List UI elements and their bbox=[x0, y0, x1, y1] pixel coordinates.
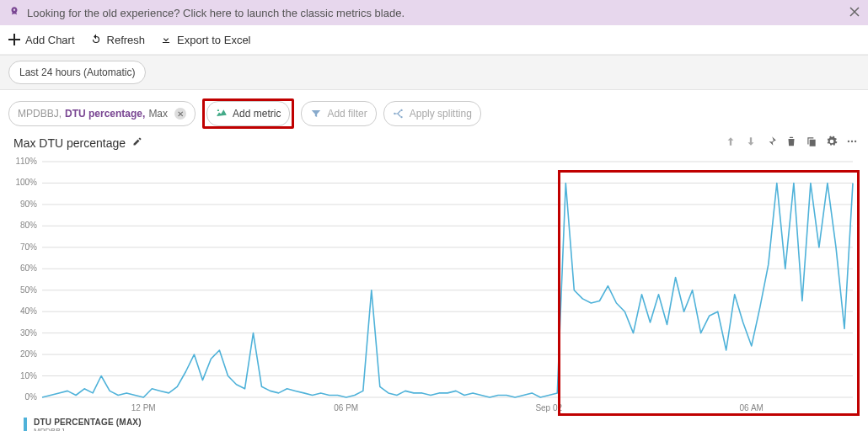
add-filter-button[interactable]: Add filter bbox=[301, 101, 376, 126]
toolbar: Add Chart Refresh Export to Excel bbox=[0, 25, 868, 55]
filter-icon bbox=[310, 108, 322, 120]
metric-name: DTU percentage, bbox=[65, 108, 145, 120]
svg-text:70%: 70% bbox=[20, 242, 37, 252]
time-range-chip[interactable]: Last 24 hours (Automatic) bbox=[8, 61, 146, 84]
export-button[interactable]: Export to Excel bbox=[160, 34, 250, 46]
apply-splitting-label: Apply splitting bbox=[410, 108, 472, 120]
chart-area: 0%10%20%30%40%50%60%70%80%90%100%110%12 … bbox=[10, 155, 858, 416]
rocket-icon bbox=[8, 6, 20, 20]
svg-text:60%: 60% bbox=[20, 263, 37, 273]
svg-text:10%: 10% bbox=[20, 371, 37, 380]
apply-splitting-button[interactable]: Apply splitting bbox=[383, 101, 481, 126]
gear-icon[interactable] bbox=[826, 136, 838, 150]
svg-text:80%: 80% bbox=[20, 221, 37, 230]
arrow-up-icon[interactable] bbox=[725, 136, 737, 150]
metrics-line-chart: 0%10%20%30%40%50%60%70%80%90%100%110%12 … bbox=[10, 155, 858, 416]
add-metric-label: Add metric bbox=[233, 108, 281, 120]
legend-series-source: MPDBBJ bbox=[34, 427, 142, 431]
svg-text:90%: 90% bbox=[20, 200, 37, 209]
svg-text:110%: 110% bbox=[15, 157, 37, 166]
metric-pill[interactable]: MPDBBJ, DTU percentage, Max ✕ bbox=[8, 101, 196, 126]
classic-banner[interactable]: Looking for the old experience? Click he… bbox=[0, 0, 868, 25]
chart-title: Max DTU percentage bbox=[13, 136, 126, 150]
add-chart-label: Add Chart bbox=[25, 34, 75, 46]
add-metric-button[interactable]: Add metric bbox=[206, 101, 290, 126]
svg-point-4 bbox=[848, 141, 849, 142]
split-icon bbox=[393, 108, 405, 120]
copy-icon[interactable] bbox=[806, 136, 817, 150]
refresh-label: Refresh bbox=[107, 34, 146, 46]
svg-text:40%: 40% bbox=[20, 306, 37, 316]
svg-text:0%: 0% bbox=[25, 392, 38, 402]
legend-color-bar bbox=[24, 418, 27, 431]
arrow-down-icon[interactable] bbox=[745, 136, 757, 150]
banner-text: Looking for the old experience? Click he… bbox=[27, 7, 405, 19]
svg-text:20%: 20% bbox=[20, 349, 37, 359]
edit-title-icon[interactable] bbox=[132, 136, 142, 149]
svg-text:06 PM: 06 PM bbox=[334, 403, 358, 412]
legend: DTU PERCENTAGE (MAX) MPDBBJ 100% bbox=[24, 418, 868, 431]
time-range-label: Last 24 hours (Automatic) bbox=[19, 67, 135, 78]
metric-db: MPDBBJ, bbox=[18, 108, 62, 120]
highlight-add-metric: Add metric bbox=[202, 98, 294, 129]
remove-metric-icon[interactable]: ✕ bbox=[174, 108, 186, 120]
trash-icon[interactable] bbox=[785, 136, 797, 150]
export-label: Export to Excel bbox=[177, 34, 250, 46]
svg-point-2 bbox=[400, 109, 402, 111]
legend-series-name: DTU PERCENTAGE (MAX) bbox=[34, 418, 142, 427]
svg-text:30%: 30% bbox=[20, 328, 37, 338]
metric-pills-row: MPDBBJ, DTU percentage, Max ✕ Add metric… bbox=[0, 90, 868, 132]
metric-agg: Max bbox=[148, 108, 168, 120]
add-filter-label: Add filter bbox=[327, 108, 367, 120]
chart-actions bbox=[725, 136, 858, 150]
svg-point-5 bbox=[851, 141, 853, 142]
svg-point-6 bbox=[855, 141, 856, 142]
svg-text:50%: 50% bbox=[20, 285, 37, 295]
svg-point-3 bbox=[400, 116, 402, 118]
refresh-button[interactable]: Refresh bbox=[90, 34, 146, 46]
svg-text:12 PM: 12 PM bbox=[131, 403, 156, 412]
add-metric-icon bbox=[216, 108, 228, 120]
time-range-bar: Last 24 hours (Automatic) bbox=[0, 55, 868, 90]
svg-point-1 bbox=[394, 113, 395, 114]
close-icon[interactable] bbox=[849, 7, 860, 19]
add-chart-button[interactable]: Add Chart bbox=[8, 34, 75, 46]
chart-title-row: Max DTU percentage bbox=[0, 132, 868, 152]
svg-text:06 AM: 06 AM bbox=[740, 403, 764, 412]
more-icon[interactable] bbox=[846, 136, 858, 150]
svg-text:100%: 100% bbox=[15, 178, 37, 187]
pin-icon[interactable] bbox=[765, 136, 777, 150]
svg-text:Sep 02: Sep 02 bbox=[535, 403, 562, 412]
